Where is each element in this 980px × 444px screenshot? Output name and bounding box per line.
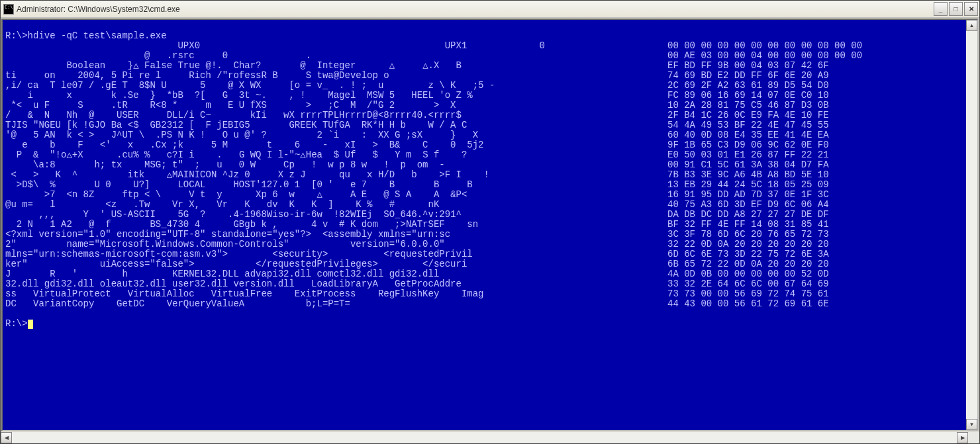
cmd-icon (3, 4, 14, 15)
scrollbar-track[interactable] (966, 31, 977, 419)
window-title: Administrator: C:\Windows\System32\cmd.e… (17, 5, 932, 14)
prompt-line: R:\> (5, 319, 963, 329)
vertical-scrollbar[interactable]: ▲ ▼ (966, 20, 977, 430)
output-line: >D$\ % U 0 U?] LOCAL HOST'127.0 1 [0 ' e… (5, 180, 963, 190)
output-line: Boolean }△ False True @!. Char? @ Intege… (5, 61, 963, 71)
output-line: ti on 2004, 5 Pi re l Rich /"rofessR B S… (5, 71, 963, 81)
prompt-line: R:\>hdive -qC test\sample.exe (5, 31, 963, 41)
output-line: e b F <' x .Cx ;k 5 M t 6 - xI > B& C 0 … (5, 140, 963, 150)
scroll-down-button[interactable]: ▼ (966, 419, 977, 430)
output-line: DC VariantCopy GetDC VerQueryValueA b;L=… (5, 299, 963, 309)
output-line: @ .rsrc 0 .00 AE 03 00 00 04 00 00 00 00… (5, 51, 963, 61)
minimize-button[interactable]: _ (934, 2, 948, 16)
output-line: >7 <n 8Z ftp < \ V t y Xp 6 w △ A E @ S … (5, 190, 963, 200)
output-line: < > K ^ itk △MAINICON ^Jz 0 X z J qu x H… (5, 170, 963, 180)
close-button[interactable]: ✕ (964, 2, 978, 16)
maximize-button[interactable]: □ (949, 2, 963, 16)
output-line: 2 N 1 A2 @ f BS_4730 4 GBgb k , 4 v # K … (5, 220, 963, 230)
output-line: <?xml version="1.0" encoding="UTF-8" sta… (5, 230, 963, 240)
scroll-left-button[interactable]: ◀ (1, 432, 12, 443)
output-line: @u m= l <z .Tw Vr X, Vr K dv K K ] K % #… (5, 200, 963, 210)
output-line: ss VirtualProtect VirtualAlloc VirtualFr… (5, 289, 963, 299)
console-area: R:\>hdive -qC test\sample.exe UPX0 UPX1 … (1, 19, 979, 431)
output-line: i x k .Se } *bB ?[ G 3t ~. , ! Magel MSW… (5, 91, 963, 101)
scrollbar-corner (968, 432, 979, 443)
output-line: '@ 5 AN k < > J^UT \ .PS N K ! O u @' ? … (5, 130, 963, 140)
window-buttons: _ □ ✕ (932, 2, 978, 16)
output-line: P & "!o△+X .cu% % c?I i . G WQ I l-"~△He… (5, 150, 963, 160)
output-line: TJIS "NGEU [k !GJO Ba <$ GB2312 [ F jEBI… (5, 120, 963, 130)
output-line: ,i/ ca T le07 / .gE T 8$N U 5 @ X WX [o … (5, 81, 963, 91)
output-line: J R ' h KERNEL32.DLL advapi32.dll comctl… (5, 269, 963, 279)
hscroll-track[interactable] (12, 432, 957, 443)
output-line: UPX0 UPX1 000 00 00 00 00 00 00 00 00 00… (5, 41, 963, 51)
cmd-window: Administrator: C:\Windows\System32\cmd.e… (0, 0, 980, 444)
output-line: ker" uiAccess="false"> </requestedPrivil… (5, 259, 963, 269)
output-line: ,,, Y ' US-ASCII 5G ? .4-1968Wiso-ir-6w … (5, 210, 963, 220)
output-line: 32.dll gdi32.dll oleaut32.dll user32.dll… (5, 279, 963, 289)
output-line: *< u F S .tR R<8 * m E U fXS > ;C M /"G … (5, 101, 963, 111)
blank-line (5, 309, 963, 319)
cursor (28, 320, 33, 329)
blank-line (5, 21, 963, 31)
scroll-right-button[interactable]: ▶ (957, 432, 968, 443)
output-line: \a:8 h; tx MSG; t" ; u 0 W Cp ! w p 8 w … (5, 160, 963, 170)
titlebar[interactable]: Administrator: C:\Windows\System32\cmd.e… (1, 1, 979, 18)
horizontal-scrollbar[interactable]: ◀ ▶ (1, 432, 968, 443)
bottom-scrollbar-row: ◀ ▶ (1, 432, 979, 443)
output-line: mlns="urn:schemas-microsoft-com:asm.v3">… (5, 249, 963, 259)
output-line: / & N Nh @ USER DLL/i C~ kIi wX rrrrTPLH… (5, 111, 963, 120)
scroll-up-button[interactable]: ▲ (966, 20, 977, 31)
output-line: 2" name="Microsoft.Windows.Common-Contro… (5, 240, 963, 249)
console-output[interactable]: R:\>hdive -qC test\sample.exe UPX0 UPX1 … (3, 20, 966, 430)
